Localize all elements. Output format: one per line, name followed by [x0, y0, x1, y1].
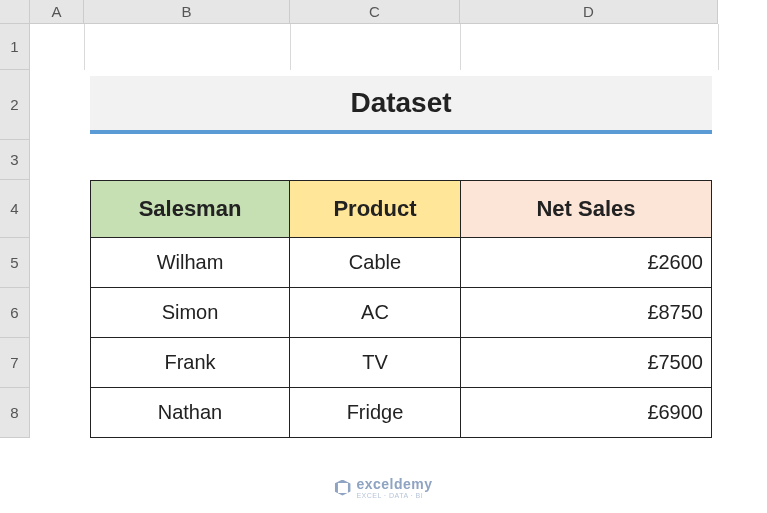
watermark-brand: exceldemy: [356, 476, 432, 492]
row-header-1[interactable]: 1: [0, 24, 30, 70]
gridline: [460, 24, 461, 70]
col-header-B[interactable]: B: [84, 0, 290, 24]
cell-product[interactable]: Cable: [289, 237, 461, 288]
watermark: exceldemy EXCEL · DATA · BI: [334, 476, 432, 499]
cell-product[interactable]: Fridge: [289, 387, 461, 438]
cell-product[interactable]: TV: [289, 337, 461, 388]
row-header-4[interactable]: 4: [0, 180, 30, 238]
watermark-sub: EXCEL · DATA · BI: [356, 492, 432, 499]
col-header-A[interactable]: A: [30, 0, 84, 24]
row-header-5[interactable]: 5: [0, 238, 30, 288]
gridline: [84, 24, 85, 70]
cell-netsales[interactable]: £6900: [460, 387, 712, 438]
cell-salesman[interactable]: Frank: [90, 337, 290, 388]
row-header-8[interactable]: 8: [0, 388, 30, 438]
cell-product[interactable]: AC: [289, 287, 461, 338]
col-header-D[interactable]: D: [460, 0, 718, 24]
exceldemy-logo-icon: [334, 480, 350, 496]
cell-netsales[interactable]: £2600: [460, 237, 712, 288]
cell-netsales[interactable]: £7500: [460, 337, 712, 388]
select-all-corner[interactable]: [0, 0, 30, 24]
page-title[interactable]: Dataset: [90, 76, 712, 134]
cell-salesman[interactable]: Nathan: [90, 387, 290, 438]
spreadsheet-area: A B C D 1 2 3 4 5 6 7 8 Dataset Salesman…: [0, 0, 767, 513]
cell-salesman[interactable]: Simon: [90, 287, 290, 338]
gridline: [290, 24, 291, 70]
cell-salesman[interactable]: Wilham: [90, 237, 290, 288]
row-header-7[interactable]: 7: [0, 338, 30, 388]
header-product[interactable]: Product: [289, 180, 461, 238]
row-header-3[interactable]: 3: [0, 140, 30, 180]
row-header-2[interactable]: 2: [0, 70, 30, 140]
header-netsales[interactable]: Net Sales: [460, 180, 712, 238]
header-salesman[interactable]: Salesman: [90, 180, 290, 238]
gridline: [718, 24, 719, 70]
col-header-C[interactable]: C: [290, 0, 460, 24]
row-header-6[interactable]: 6: [0, 288, 30, 338]
cell-netsales[interactable]: £8750: [460, 287, 712, 338]
